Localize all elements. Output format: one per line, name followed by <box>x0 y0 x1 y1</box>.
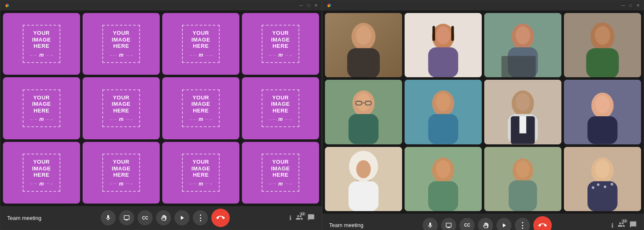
maximize-btn-left[interactable]: □ <box>306 3 311 8</box>
hand-button-left[interactable] <box>156 210 171 225</box>
participant-10 <box>405 147 482 211</box>
placeholder-text-11: YOURIMAGEHERE <box>191 159 210 178</box>
video-tile-12: YOURIMAGEHERE ←···m···→ <box>242 142 319 204</box>
placeholder-inner-3: YOURIMAGEHERE ←···m···→ <box>182 25 219 63</box>
svg-rect-18 <box>586 48 619 78</box>
placeholder-text-2: YOURIMAGEHERE <box>112 30 130 50</box>
title-bar-left: — □ ✕ <box>0 0 322 10</box>
svg-point-53 <box>516 160 530 178</box>
svg-rect-56 <box>587 181 618 211</box>
screen-button-left[interactable] <box>119 210 134 225</box>
video-tile-5: YOURIMAGEHERE ←···m···→ <box>3 77 80 139</box>
placeholder-bg-7: YOURIMAGEHERE ←···m···→ <box>162 77 239 139</box>
placeholder-text-7: YOURIMAGEHERE <box>191 94 210 114</box>
video-tile-10: YOURIMAGEHERE ←···m···→ <box>83 142 160 204</box>
svg-rect-15 <box>501 56 536 77</box>
placeholder-inner-11: YOURIMAGEHERE ←···m···→ <box>182 154 219 192</box>
hand-button-right[interactable] <box>478 218 493 230</box>
participants-icon-left[interactable]: 12 <box>296 214 303 222</box>
video-tile-r2 <box>405 13 482 77</box>
placeholder-bg-5: YOURIMAGEHERE ←···m···→ <box>3 77 80 139</box>
svg-point-60 <box>604 186 606 188</box>
placeholder-arrows-12: ←···m···→ <box>268 181 292 187</box>
maximize-btn-right[interactable]: □ <box>628 3 633 8</box>
effects-button-left[interactable] <box>174 210 190 225</box>
svg-point-23 <box>356 93 371 111</box>
participant-1 <box>325 13 402 77</box>
placeholder-arrows-10: ←···m···→ <box>109 181 133 187</box>
mic-button-right[interactable] <box>423 218 438 230</box>
svg-rect-22 <box>348 114 379 144</box>
placeholder-text-10: YOURIMAGEHERE <box>112 159 130 178</box>
svg-point-40 <box>595 95 610 113</box>
video-tile-9: YOURIMAGEHERE ←···m···→ <box>3 142 80 204</box>
video-tile-11: YOURIMAGEHERE ←···m···→ <box>162 142 239 204</box>
svg-rect-48 <box>428 181 458 211</box>
chat-icon-right[interactable] <box>629 221 637 230</box>
screen-button-right[interactable] <box>441 218 456 230</box>
placeholder-inner-4: YOURIMAGEHERE ←···m···→ <box>262 25 299 63</box>
participant-9 <box>325 147 402 211</box>
video-tile-4: YOURIMAGEHERE ←···m···→ <box>242 13 319 75</box>
video-tile-1: YOURIMAGEHERE ←···m···→ <box>3 13 80 75</box>
close-btn-left[interactable]: ✕ <box>314 3 318 8</box>
placeholder-arrows-8: ←···m···→ <box>268 116 292 122</box>
cc-button-right[interactable]: CC <box>460 218 475 230</box>
video-tile-r12 <box>564 147 641 211</box>
placeholder-inner-9: YOURIMAGEHERE ←···m···→ <box>23 154 60 192</box>
video-tile-r7 <box>484 80 561 144</box>
placeholder-text-9: YOURIMAGEHERE <box>32 159 51 178</box>
window-controls-right[interactable]: — □ ✕ <box>621 3 640 8</box>
minimize-btn-right[interactable]: — <box>621 3 625 8</box>
svg-rect-9 <box>432 26 435 41</box>
video-tile-r1 <box>325 13 402 77</box>
participant-5 <box>325 80 402 144</box>
video-grid-right <box>322 10 644 214</box>
placeholder-bg-12: YOURIMAGEHERE ←···m···→ <box>242 142 319 204</box>
controls-center-left: CC ⋮ <box>101 209 230 227</box>
placeholder-text-5: YOURIMAGEHERE <box>32 94 51 114</box>
close-btn-right[interactable]: ✕ <box>636 3 640 8</box>
svg-rect-36 <box>519 116 526 133</box>
video-tile-8: YOURIMAGEHERE ←···m···→ <box>242 77 319 139</box>
svg-point-57 <box>595 160 610 178</box>
participant-8 <box>564 80 641 144</box>
placeholder-bg-2: YOURIMAGEHERE ←···m···→ <box>83 13 160 75</box>
placeholder-text-12: YOURIMAGEHERE <box>271 159 290 178</box>
placeholder-arrows-4: ←···m···→ <box>268 52 292 58</box>
svg-point-14 <box>516 26 530 44</box>
end-call-button-right[interactable] <box>533 216 552 230</box>
left-window: — □ ✕ YOURIMAGEHERE ←···m···→ YOURIMAGEH… <box>0 0 322 230</box>
placeholder-bg-4: YOURIMAGEHERE ←···m···→ <box>242 13 319 75</box>
right-window: — □ ✕ <box>322 0 644 230</box>
more-button-right[interactable]: ⋮ <box>515 218 530 230</box>
cc-button-left[interactable]: CC <box>138 210 153 225</box>
mic-button-left[interactable] <box>101 210 116 225</box>
placeholder-text-4: YOURIMAGEHERE <box>271 30 290 50</box>
placeholder-arrows-11: ←···m···→ <box>189 181 213 187</box>
end-call-button-left[interactable] <box>211 209 230 227</box>
minimize-btn-left[interactable]: — <box>299 3 303 8</box>
placeholder-arrows-9: ←···m···→ <box>29 181 53 187</box>
svg-point-4 <box>356 26 371 45</box>
svg-rect-52 <box>509 180 537 211</box>
google-icon-right <box>326 2 332 9</box>
participants-icon-right[interactable]: 12 <box>618 221 625 230</box>
placeholder-inner-12: YOURIMAGEHERE ←···m···→ <box>262 154 299 192</box>
placeholder-inner-5: YOURIMAGEHERE ←···m···→ <box>23 89 60 128</box>
more-button-left[interactable]: ⋮ <box>193 210 208 225</box>
svg-rect-43 <box>348 181 379 211</box>
info-icon-right[interactable]: ℹ <box>611 222 613 229</box>
placeholder-bg-9: YOURIMAGEHERE ←···m···→ <box>3 142 80 204</box>
window-controls-left[interactable]: — □ ✕ <box>299 3 318 8</box>
effects-button-right[interactable] <box>496 218 512 230</box>
video-tile-6: YOURIMAGEHERE ←···m···→ <box>83 77 160 139</box>
chat-icon-left[interactable] <box>307 214 315 222</box>
meeting-title-right: Team meeting <box>329 222 364 228</box>
svg-rect-10 <box>451 26 454 41</box>
placeholder-text-1: YOURIMAGEHERE <box>32 30 51 50</box>
info-icon-left[interactable]: ℹ <box>289 214 291 221</box>
svg-rect-29 <box>428 114 458 144</box>
placeholder-bg-6: YOURIMAGEHERE ←···m···→ <box>83 77 160 139</box>
participant-4 <box>564 13 641 77</box>
